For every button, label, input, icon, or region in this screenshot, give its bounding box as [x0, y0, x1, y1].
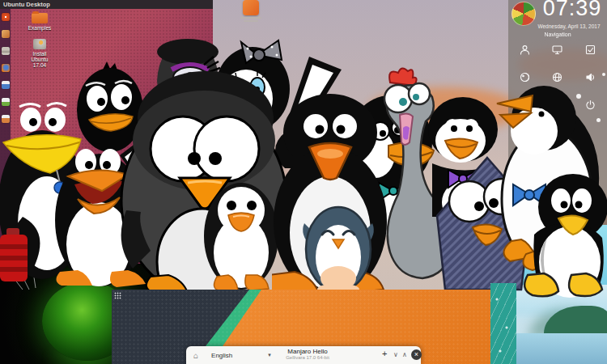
launcher-icon-ubuntu-bfb[interactable] [2, 13, 10, 21]
window-subtitle: Gellivara 17.0 64-bit [271, 355, 344, 361]
desktop-icon-sky[interactable] [236, 0, 265, 34]
desktop-icon-install-ubuntu[interactable]: Install Ubuntu 17.04 [26, 39, 53, 68]
user-account-icon[interactable] [519, 44, 530, 55]
user-avatar[interactable] [511, 2, 536, 26]
snow-dot [602, 73, 605, 76]
default-apps-icon[interactable] [585, 44, 596, 55]
happy-baby-penguin [299, 199, 377, 293]
cute-round-penguin [202, 170, 280, 291]
clock-date: Wednesday, April 13, 2017 [531, 23, 607, 29]
maximize-button[interactable]: ∧ [402, 351, 407, 358]
desktop-icon-examples[interactable]: Examples [24, 13, 55, 31]
ubuntu-menubar-title: Ubuntu Desktop [3, 1, 50, 8]
desktop-icon-label: Install Ubuntu 17.04 [29, 51, 50, 68]
launcher-icon-libreoffice-writer[interactable] [2, 81, 10, 89]
display-icon[interactable] [552, 44, 563, 55]
launcher-icon-ubuntu-software[interactable] [2, 30, 10, 38]
manjaro-hello-window: ⌂ English ▾ Manjaro Hello Gellivara 17.0… [186, 346, 421, 364]
icon-label-line [244, 20, 258, 22]
language-dropdown[interactable]: English [211, 352, 232, 359]
baby-tux [523, 170, 607, 298]
folder-icon [32, 13, 48, 23]
navigation-section-label: Navigation [508, 32, 607, 37]
add-tab-button[interactable]: + [382, 349, 387, 358]
screenshot-collage: Ubuntu Desktop Examples Install Ubuntu 1… [0, 0, 607, 364]
window-title-block: Manjaro Hello Gellivara 17.0 64-bit [271, 348, 344, 361]
minimize-button[interactable]: ∨ [393, 351, 398, 358]
install-disc-icon [33, 39, 46, 49]
folder-view-handle-icon[interactable] [114, 292, 121, 299]
clock-time: 07:39 [537, 0, 607, 21]
lake-water [510, 333, 607, 364]
launcher-icon-firefox[interactable] [2, 64, 10, 72]
desktop-icon-label: Examples [24, 25, 55, 31]
ubuntu-menubar[interactable]: Ubuntu Desktop [0, 0, 213, 9]
icon-label-line [240, 17, 261, 19]
launcher-icon-archive-manager[interactable] [2, 47, 10, 55]
close-button[interactable]: × [411, 349, 422, 360]
home-icon[interactable]: ⌂ [193, 351, 198, 360]
window-title: Manjaro Hello [271, 348, 344, 355]
orange-app-icon [243, 0, 259, 15]
teal-pattern-strip [490, 283, 516, 364]
forested-hill [544, 306, 607, 335]
